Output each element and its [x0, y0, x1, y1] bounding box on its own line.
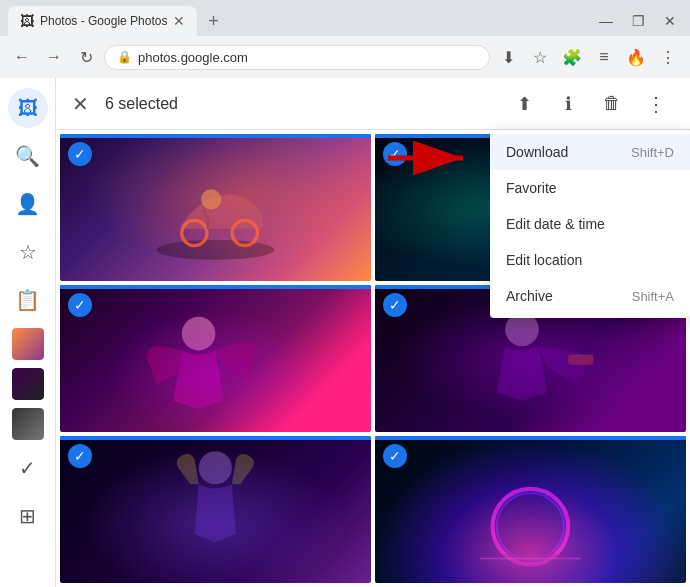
archive-label: Archive: [506, 288, 553, 304]
selection-bar-3: [60, 285, 371, 289]
photo-cell-1[interactable]: ✓: [60, 134, 371, 281]
extensions-icon[interactable]: 🧩: [558, 43, 586, 71]
profile-fire-icon[interactable]: 🔥: [622, 43, 650, 71]
photo-silhouette-6: [375, 436, 686, 583]
delete-button[interactable]: 🗑: [594, 86, 630, 122]
info-button[interactable]: ℹ: [550, 86, 586, 122]
sidebar-item-more[interactable]: ⊞: [8, 496, 48, 536]
photo-silhouette-1: [60, 134, 371, 281]
archive-shortcut: Shift+A: [632, 289, 674, 304]
dropdown-item-favorite[interactable]: Favorite: [490, 170, 690, 206]
dropdown-item-edit-location[interactable]: Edit location: [490, 242, 690, 278]
share-button[interactable]: ⬆: [506, 86, 542, 122]
edit-date-label: Edit date & time: [506, 216, 605, 232]
dropdown-item-edit-date[interactable]: Edit date & time: [490, 206, 690, 242]
maximize-button[interactable]: ❐: [626, 9, 650, 33]
main-area: ✕ 6 selected ⬆ ℹ 🗑 ⋮ ✓: [56, 78, 690, 587]
sidebar-item-sharing[interactable]: 👤: [8, 184, 48, 224]
close-selection-button[interactable]: ✕: [72, 92, 89, 116]
tab-bar: 🖼 Photos - Google Photos ✕ + — ❐ ✕: [0, 0, 690, 36]
svg-rect-7: [568, 354, 593, 364]
grid-icon: ⊞: [19, 504, 36, 528]
photos-topbar: ✕ 6 selected ⬆ ℹ 🗑 ⋮: [56, 78, 690, 130]
browser-chrome: 🖼 Photos - Google Photos ✕ + — ❐ ✕ ← → ↻…: [0, 0, 690, 78]
download-nav-icon[interactable]: ⬇: [494, 43, 522, 71]
selection-count-label: 6 selected: [105, 95, 506, 113]
star-icon: ☆: [19, 240, 37, 264]
edit-location-label: Edit location: [506, 252, 582, 268]
sidebar-item-favorites[interactable]: ☆: [8, 232, 48, 272]
window-controls: — ❐ ✕: [594, 9, 682, 33]
reload-button[interactable]: ↻: [72, 43, 100, 71]
photo-silhouette-3: [60, 285, 371, 432]
lock-icon: 🔒: [117, 50, 132, 64]
dropdown-item-download[interactable]: Download Shift+D: [490, 134, 690, 170]
svg-point-5: [182, 317, 216, 351]
favorite-label: Favorite: [506, 180, 557, 196]
check-badge-3: ✓: [68, 293, 92, 317]
photo-silhouette-5: [60, 436, 371, 583]
selection-bar-1: [60, 134, 371, 138]
selection-bar-6: [375, 436, 686, 440]
address-text: photos.google.com: [138, 50, 477, 65]
tab-close-button[interactable]: ✕: [173, 13, 185, 29]
check-icon: ✓: [19, 456, 36, 480]
sidebar: 🖼 🔍 👤 ☆ 📋 ✓ ⊞: [0, 78, 56, 587]
selection-bar-5: [60, 436, 371, 440]
nav-bar: ← → ↻ 🔒 photos.google.com ⬇ ☆ 🧩 ≡ 🔥 ⋮: [0, 36, 690, 78]
photo-cell-3[interactable]: ✓: [60, 285, 371, 432]
back-button[interactable]: ←: [8, 43, 36, 71]
dropdown-menu: Download Shift+D Favorite Edit date & ti…: [490, 130, 690, 318]
extension2-icon[interactable]: ≡: [590, 43, 618, 71]
svg-point-3: [201, 189, 221, 209]
svg-point-2: [232, 220, 257, 245]
sidebar-item-search[interactable]: 🔍: [8, 136, 48, 176]
nav-actions: ⬇ ☆ 🧩 ≡ 🔥 ⋮: [494, 43, 682, 71]
mini-thumb-2[interactable]: [12, 368, 44, 400]
tab-favicon: 🖼: [20, 13, 34, 29]
check-badge-4: ✓: [383, 293, 407, 317]
check-badge-6: ✓: [383, 444, 407, 468]
bookmark-icon[interactable]: ☆: [526, 43, 554, 71]
mini-thumb-3[interactable]: [12, 408, 44, 440]
sidebar-item-albums[interactable]: 📋: [8, 280, 48, 320]
more-button[interactable]: ⋮: [638, 86, 674, 122]
sidebar-item-tasks[interactable]: ✓: [8, 448, 48, 488]
active-tab[interactable]: 🖼 Photos - Google Photos ✕: [8, 6, 197, 36]
search-icon: 🔍: [15, 144, 40, 168]
sidebar-item-photos[interactable]: 🖼: [8, 88, 48, 128]
minimize-button[interactable]: —: [594, 9, 618, 33]
photos-icon: 🖼: [18, 97, 38, 120]
new-tab-button[interactable]: +: [201, 9, 225, 33]
topbar-actions: ⬆ ℹ 🗑 ⋮: [506, 86, 674, 122]
svg-point-0: [157, 239, 275, 259]
people-icon: 👤: [15, 192, 40, 216]
download-shortcut: Shift+D: [631, 145, 674, 160]
photo-cell-5[interactable]: ✓: [60, 436, 371, 583]
more-dots-icon: ⋮: [646, 92, 666, 116]
check-badge-5: ✓: [68, 444, 92, 468]
svg-point-8: [199, 452, 232, 485]
tab-title: Photos - Google Photos: [40, 14, 167, 28]
svg-point-11: [480, 553, 581, 566]
address-bar[interactable]: 🔒 photos.google.com: [104, 45, 490, 70]
app-content: 🖼 🔍 👤 ☆ 📋 ✓ ⊞: [0, 78, 690, 587]
dropdown-item-archive[interactable]: Archive Shift+A: [490, 278, 690, 314]
forward-button[interactable]: →: [40, 43, 68, 71]
download-label: Download: [506, 144, 568, 160]
more-options-icon[interactable]: ⋮: [654, 43, 682, 71]
mini-thumb-1[interactable]: [12, 328, 44, 360]
svg-point-1: [182, 220, 207, 245]
close-button[interactable]: ✕: [658, 9, 682, 33]
photo-cell-6[interactable]: ✓: [375, 436, 686, 583]
red-arrow-indicator: [388, 140, 478, 180]
svg-point-9: [493, 489, 569, 565]
svg-point-10: [497, 493, 564, 560]
album-icon: 📋: [15, 288, 40, 312]
check-badge-1: ✓: [68, 142, 92, 166]
